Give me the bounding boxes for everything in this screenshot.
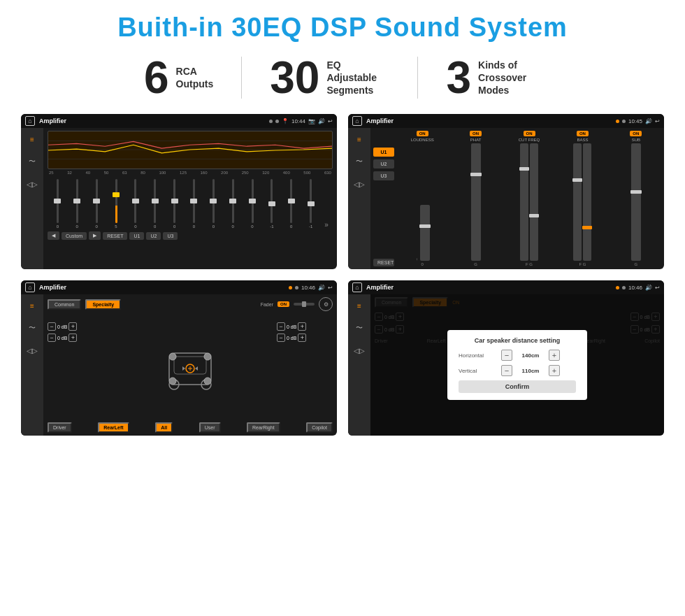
amp-home-icon[interactable]: ⌂ [352,116,362,126]
eq-sidebar-eq-icon[interactable]: ≡ [25,132,39,146]
amp-cutfreq-val: F G [526,262,533,266]
spk-val-1: 0 dB [57,324,67,329]
amp-sub-label: SUB [632,138,640,142]
user-btn[interactable]: User [199,422,221,433]
horizontal-minus-btn[interactable]: − [501,350,512,361]
eq-u2-btn[interactable]: U2 [146,232,161,240]
cross-home-icon[interactable]: ⌂ [25,282,35,292]
vertical-minus-btn[interactable]: − [501,365,512,376]
amp-reset-container: RESET [373,257,394,266]
amp-sidebar-eq-icon[interactable]: ≡ [352,132,366,146]
modal-title: Car speaker distance setting [459,337,576,344]
eq-more-icon[interactable]: » [322,221,331,229]
fader-on-badge: ON [277,301,289,307]
left-controls: − 0 dB + − 0 dB + [48,322,103,342]
eq-slider-4: 5 [108,179,125,229]
cross-left-sidebar: ≡ 〜 ◁▷ [21,294,43,436]
dist-sidebar-eq-icon[interactable]: ≡ [352,299,366,313]
dist-left-sidebar: ≡ 〜 ◁▷ [348,294,370,436]
dist-back-icon[interactable]: ↩ [655,285,660,291]
amp-back-icon[interactable]: ↩ [655,118,660,124]
amp-main-area: U1 U2 U3 RESET ON LOUDNESS [370,128,664,269]
home-icon[interactable]: ⌂ [25,116,35,126]
eq-back-icon[interactable]: ↩ [328,118,333,124]
cross-sidebar-vol-icon[interactable]: ◁▷ [25,343,39,357]
eq-sidebar-vol-icon[interactable]: ◁▷ [25,177,39,191]
driver-btn[interactable]: Driver [48,422,72,433]
cross-vol-icon: 🔊 [318,285,325,291]
dist-home-icon[interactable]: ⌂ [352,282,362,292]
eq-time: 10:44 [291,118,305,124]
spk-minus-3[interactable]: − [277,322,285,331]
car-svg [159,336,222,399]
spk-plus-2[interactable]: + [68,334,77,342]
amp-sub-on[interactable]: ON [630,131,642,136]
amp-time: 10:45 [628,118,642,124]
spk-val-4: 0 dB [287,336,296,341]
amp-ch-loudness: ON LOUDNESS ~ 0 [397,131,447,266]
amp-screen-title: Amplifier [366,117,612,124]
horizontal-plus-btn[interactable]: + [549,350,560,361]
eq-preset-btn[interactable]: Custom [62,232,87,240]
spk-val-2: 0 dB [57,336,67,341]
fader-track[interactable] [294,303,315,306]
settings-icon[interactable]: ⚙ [319,297,333,311]
eq-bottom-bar: ◀ Custom ▶ RESET U1 U2 U3 [48,230,333,241]
amp-u1-btn[interactable]: U1 [373,148,394,157]
amp-screen: ⌂ Amplifier 10:45 🔊 ↩ ≡ 〜 ◁▷ [348,114,664,269]
amp-phat-on[interactable]: ON [470,131,482,136]
play-icon [275,120,279,123]
amp-sidebar-vol-icon[interactable]: ◁▷ [352,177,366,191]
eq-reset-btn[interactable]: RESET [103,232,127,240]
svg-point-7 [169,353,176,360]
amp-cutfreq-on[interactable]: ON [524,131,535,136]
eq-u3-btn[interactable]: U3 [163,232,178,240]
amp-sidebar-wave-icon[interactable]: 〜 [352,155,366,169]
cross-sidebar-eq-icon[interactable]: ≡ [25,299,39,313]
rearright-btn[interactable]: RearRight [247,422,280,433]
dist-time: 10:46 [628,285,642,291]
cross-dot1 [289,286,292,289]
amp-loudness-on[interactable]: ON [417,131,428,136]
amp-phat-label: PHAT [470,138,482,142]
all-btn[interactable]: All [155,422,173,433]
dist-screen-title: Amplifier [366,284,612,291]
dist-sidebar-vol-icon[interactable]: ◁▷ [352,343,366,357]
horizontal-label: Horizontal [459,352,497,359]
amp-bass-on[interactable]: ON [577,131,589,136]
right-controls: − 0 dB + − 0 dB + [277,322,333,342]
stat-rca: 6 RCAOutputs [116,55,241,100]
amp-bass-val: F G [579,262,586,266]
cross-common-tab[interactable]: Common [48,299,81,310]
copilot-btn[interactable]: Copilot [306,422,333,433]
confirm-button[interactable]: Confirm [459,380,576,393]
spk-plus-1[interactable]: + [68,322,77,331]
spk-plus-3[interactable]: + [298,322,306,331]
amp-reset-btn[interactable]: RESET [373,259,394,266]
eq-sidebar-wave-icon[interactable]: 〜 [25,155,39,169]
eq-next-btn[interactable]: ▶ [89,231,101,240]
svg-marker-15 [195,366,198,371]
eq-slider-2: 0 [68,179,86,229]
eq-u1-btn[interactable]: U1 [129,232,144,240]
cross-bottom: Driver RearLeft All User RearRight Copil… [48,422,333,433]
amp-u2-btn[interactable]: U2 [373,159,394,169]
eq-slider-12: -1 [263,179,280,229]
eq-svg [48,131,332,169]
amp-u3-btn[interactable]: U3 [373,171,394,180]
spk-minus-4[interactable]: − [277,334,285,342]
dist-sidebar-wave-icon[interactable]: 〜 [352,321,366,335]
cross-screen: ⌂ Amplifier 10:46 🔊 ↩ ≡ 〜 ◁▷ [21,280,337,436]
eq-slider-9: 0 [205,179,222,229]
eq-slider-8: 0 [185,179,203,229]
spk-minus-2[interactable]: − [48,334,56,342]
rearleft-btn[interactable]: RearLeft [98,422,129,433]
cross-back-icon[interactable]: ↩ [328,285,333,291]
spk-plus-4[interactable]: + [298,334,306,342]
spk-minus-1[interactable]: − [48,322,56,331]
vertical-plus-btn[interactable]: + [549,365,560,376]
cross-sidebar-wave-icon[interactable]: 〜 [25,321,39,335]
eq-prev-btn[interactable]: ◀ [48,231,59,240]
cross-screen-content: ≡ 〜 ◁▷ Common Specialty Fader ON [21,294,337,436]
cross-specialty-tab[interactable]: Specialty [85,299,121,310]
